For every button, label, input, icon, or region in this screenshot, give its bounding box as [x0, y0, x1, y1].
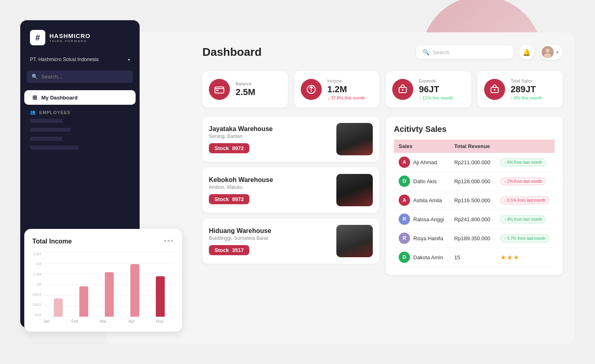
table-row: R Raissa Anggi Rp241.800.000↑ 4% from la… — [394, 210, 555, 229]
change-0: ↑ 6% from last month — [495, 153, 555, 172]
svg-rect-4 — [216, 90, 219, 91]
revenue-5: 15 — [449, 248, 495, 267]
change-5: ★★★ — [495, 248, 555, 267]
stock-value-2: 3517 — [232, 247, 244, 253]
change-badge: ↓ 0.5% from last month — [500, 197, 549, 204]
search-input[interactable] — [433, 49, 507, 55]
stat-info-balance: Balance 2.5M — [236, 81, 281, 97]
table-row: A Aji Ahmad Rp211.000.000↑ 6% from last … — [394, 153, 555, 172]
revenue-3: Rp241.800.000 — [449, 210, 495, 229]
change-3: ↑ 4% from last month — [495, 210, 555, 229]
stat-label-income: Income — [327, 78, 373, 83]
stat-card-balance: Balance 2.5M — [202, 71, 288, 108]
notification-button[interactable]: 🔔 — [519, 44, 534, 60]
search-box[interactable]: 🔍 — [416, 45, 513, 59]
stat-label-balance: Balance — [236, 81, 281, 86]
stat-card-income: Income 1.2M ↓ 37.8% this month — [294, 71, 380, 108]
svg-point-1 — [546, 49, 550, 53]
table-row: D Dakota Amin 15★★★ — [394, 248, 555, 267]
avatar — [542, 46, 554, 58]
warehouse-image-2 — [336, 225, 373, 257]
chart-bars-area — [45, 252, 174, 317]
income-chart-card: Total Income ••• 2,5M2M1,5M1M500Jt100Jt1… — [24, 229, 182, 332]
chart-bars — [45, 252, 174, 317]
chart-more-button[interactable]: ••• — [164, 237, 174, 245]
change-4: ↑ 5.7% from last month — [495, 229, 555, 248]
chart-x-labels: JanFebMarAprMay — [32, 319, 174, 324]
stat-label-expends: Expends — [419, 78, 465, 83]
company-selector[interactable]: PT. Hashmicro Solusi Indonesia ▾ — [20, 53, 140, 66]
stock-label-0: Stock — [215, 145, 229, 151]
change-1: ↓ 2% from last month — [495, 172, 555, 191]
warehouse-info-0: Jayataka Warehouse Serang, Banten Stock … — [209, 125, 273, 153]
warehouse-info-2: Hiduang Warehouse Bukittinggi, Sumatera … — [209, 227, 271, 255]
change-badge: ↓ 2% from last month — [500, 178, 546, 185]
activity-sales-card: Acitivty Sales Sales Total Revenue A Aji… — [386, 116, 563, 275]
chart-x-label: May — [146, 319, 174, 324]
sales-name-4: R Risya Hanifa — [394, 229, 449, 248]
change-badge: ↑ 4% from last month — [500, 216, 546, 223]
change-arrow-expends: ↑ — [419, 95, 421, 100]
stat-info-expends: Expends 96JT ↑ 11% this month — [419, 78, 465, 100]
nav-placeholder-2 — [30, 128, 70, 132]
change-arrow-income: ↓ — [327, 95, 330, 100]
logo-text: HASHMICRO THINK FORWARD — [49, 32, 91, 43]
stock-value-0: 8972 — [232, 145, 244, 151]
search-icon: 🔍 — [423, 49, 429, 55]
chart-x-label: Jan — [32, 319, 61, 324]
svg-point-2 — [544, 53, 551, 58]
chart-y-label: 10Jt — [32, 313, 41, 317]
logo-icon: # — [30, 30, 45, 45]
stock-label-2: Stock — [215, 247, 229, 253]
chart-y-label: 2,5M — [32, 252, 41, 256]
col-revenue: Total Revenue — [449, 140, 495, 153]
warehouse-card-1: Kebokoh Warehouse Ambon, Maluku Stock 89… — [202, 167, 379, 213]
stock-badge-1: Stock 8972 — [209, 194, 249, 204]
revenue-4: Rp189.350.000 — [449, 229, 495, 248]
sidebar-logo: # HASHMICRO THINK FORWARD — [20, 30, 140, 53]
avatar-button[interactable]: ▾ — [540, 44, 563, 60]
sidebar-search-icon: 🔍 — [32, 74, 38, 80]
sidebar-item-dashboard[interactable]: ⊞ My Dashboard — [24, 90, 136, 105]
warehouse-card-0: Jayataka Warehouse Serang, Banten Stock … — [202, 116, 379, 162]
stat-label-totalsales: Total Sales — [511, 78, 557, 83]
sidebar-search-box[interactable]: 🔍 — [27, 70, 133, 83]
page-title: Dashboard — [202, 46, 261, 59]
stat-value-income: 1.2M — [327, 84, 373, 95]
stat-value-balance: 2.5M — [236, 87, 281, 97]
warehouse-card-2: Hiduang Warehouse Bukittinggi, Sumatera … — [202, 218, 379, 264]
chart-y-label: 500Jt — [32, 292, 41, 296]
dashboard-icon: ⊞ — [32, 94, 37, 101]
nav-section-employees: 👥 EMPLOYEES — [20, 106, 140, 116]
activity-table: Sales Total Revenue A Aji Ahmad Rp211.00… — [394, 140, 555, 267]
svg-point-9 — [494, 89, 495, 91]
chart-y-label: 1,5M — [32, 272, 41, 276]
revenue-0: Rp211.000.000 — [449, 153, 495, 172]
sidebar-item-label: My Dashboard — [41, 95, 78, 101]
employees-icon: 👥 — [30, 110, 36, 115]
topbar: Dashboard 🔍 🔔 — [202, 44, 563, 60]
chart-title: Total Income — [32, 238, 72, 245]
logo-sub-text: THINK FORWARD — [49, 39, 91, 43]
warehouse-info-1: Kebokoh Warehouse Ambon, Maluku Stock 89… — [209, 176, 273, 204]
col-sales: Sales — [394, 140, 449, 153]
stat-change-text-income: 37.8% this month — [331, 95, 365, 100]
bar-group — [156, 276, 165, 317]
warehouse-image-1 — [336, 174, 373, 206]
table-row: A Ashila Amila Rp116.500.000↓ 0.5% from … — [394, 191, 555, 210]
bar — [156, 276, 165, 317]
nav-placeholder-1 — [30, 119, 62, 123]
stat-value-expends: 96JT — [419, 84, 465, 95]
company-name: PT. Hashmicro Solusi Indonesia — [30, 57, 98, 62]
sidebar-search-input[interactable] — [41, 74, 128, 80]
stat-change-text-totalsales: 8% this month — [514, 95, 542, 100]
stat-card-totalsales: Total Sales 289JT ↑ 8% this month — [478, 71, 563, 108]
warehouse-name-0: Jayataka Warehouse — [209, 125, 273, 133]
table-row: R Risya Hanifa Rp189.350.000↑ 5.7% from … — [394, 229, 555, 248]
stat-change-income: ↓ 37.8% this month — [327, 95, 373, 100]
sales-name-5: D Dakota Amin — [394, 248, 449, 267]
company-dropdown-arrow: ▾ — [128, 57, 130, 62]
logo-main-text: HASHMICRO — [49, 32, 91, 39]
warehouse-location-0: Serang, Banten — [209, 133, 273, 139]
bar — [54, 298, 63, 317]
